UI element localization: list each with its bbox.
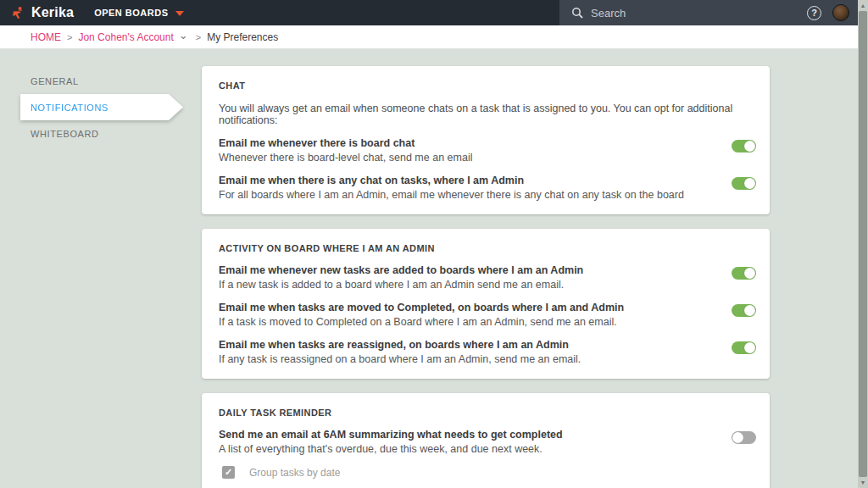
setting-title: Email me whenever new tasks are added to… bbox=[219, 264, 711, 276]
setting-subtitle: If a new task is added to a board where … bbox=[219, 279, 711, 291]
content-area: GENERAL NOTIFICATIONS WHITEBOARD CHAT Yo… bbox=[0, 49, 868, 487]
breadcrumb-separator: > bbox=[196, 32, 201, 42]
checkbox-label: Group tasks by date bbox=[249, 467, 340, 479]
setting-row: Email me whenever there is board chat Wh… bbox=[219, 137, 756, 164]
toggle-knob bbox=[744, 342, 755, 353]
toggle-knob bbox=[732, 432, 743, 443]
topbar-search-panel: Search ? bbox=[559, 0, 868, 25]
setting-title: Email me when tasks are reassigned, on b… bbox=[219, 339, 711, 351]
toggle-switch[interactable] bbox=[732, 341, 756, 354]
avatar[interactable] bbox=[832, 4, 849, 21]
toggle-knob bbox=[744, 178, 755, 189]
scrollbar-down-button[interactable]: ▼ bbox=[858, 477, 868, 488]
question-icon: ? bbox=[811, 8, 817, 18]
preference-cards: CHAT You will always get an email when s… bbox=[202, 49, 770, 488]
account-chevron-down-icon[interactable]: ⌄ bbox=[179, 29, 188, 42]
breadcrumb-account-link[interactable]: Jon Cohen's Account bbox=[78, 31, 173, 43]
toggle-knob bbox=[744, 305, 755, 316]
section-description: You will always get an email when someon… bbox=[219, 103, 756, 126]
open-boards-button[interactable]: OPEN BOARDS bbox=[94, 8, 183, 18]
preferences-sidebar: GENERAL NOTIFICATIONS WHITEBOARD bbox=[20, 68, 183, 147]
check-icon: ✓ bbox=[225, 467, 232, 478]
setting-title: Email me when there is any chat on tasks… bbox=[219, 175, 711, 186]
setting-subtitle: A list of everything that's overdue, due… bbox=[219, 443, 711, 455]
setting-row: Email me when there is any chat on tasks… bbox=[219, 175, 756, 201]
toggle-switch[interactable] bbox=[732, 304, 756, 317]
toggle-switch[interactable] bbox=[732, 177, 756, 190]
setting-subtitle: If a task is moved to Completed on a Boa… bbox=[219, 316, 711, 328]
toggle-switch[interactable] bbox=[732, 431, 756, 444]
section-title: CHAT bbox=[219, 79, 756, 91]
open-boards-label: OPEN BOARDS bbox=[94, 8, 168, 18]
toggle-switch[interactable] bbox=[732, 267, 756, 280]
toggle-knob bbox=[744, 268, 755, 279]
toggle-switch[interactable] bbox=[732, 140, 756, 152]
breadcrumb-current-page: My Preferences bbox=[207, 31, 278, 43]
settings-card: CHAT You will always get an email when s… bbox=[202, 66, 770, 214]
kerika-logo[interactable]: Kerika bbox=[0, 5, 84, 20]
scrollbar-up-button[interactable]: ▲ bbox=[858, 0, 868, 11]
setting-row: Email me when tasks are moved to Complet… bbox=[219, 302, 756, 328]
search-input[interactable]: Search bbox=[591, 7, 626, 19]
setting-subtitle: Whenever there is board-level chat, send… bbox=[219, 152, 711, 164]
checkbox-row: ✓ Group tasks by date bbox=[222, 466, 756, 479]
settings-card: DAILY TASK REMINDER Send me an email at … bbox=[202, 393, 770, 488]
setting-subtitle: For all boards where I am an Admin, emai… bbox=[219, 189, 711, 201]
section-title: ACTIVITY ON BOARD WHERE I AM AN ADMIN bbox=[219, 241, 756, 253]
breadcrumb: HOME > Jon Cohen's Account ⌄ > My Prefer… bbox=[0, 25, 868, 49]
checkbox[interactable]: ✓ bbox=[222, 466, 235, 479]
sidebar-item-general[interactable]: GENERAL bbox=[20, 68, 183, 94]
settings-card: ACTIVITY ON BOARD WHERE I AM AN ADMIN Em… bbox=[202, 229, 770, 379]
setting-title: Send me an email at 6AM summarizing what… bbox=[219, 429, 711, 441]
topbar: Kerika OPEN BOARDS Search ? bbox=[0, 0, 868, 25]
search-icon bbox=[571, 7, 583, 19]
setting-row: Email me whenever new tasks are added to… bbox=[219, 264, 756, 291]
section-title: DAILY TASK REMINDER bbox=[219, 406, 756, 418]
sidebar-item-notifications[interactable]: NOTIFICATIONS bbox=[20, 94, 183, 120]
setting-row: Email me when tasks are reassigned, on b… bbox=[219, 339, 756, 365]
setting-title: Email me when tasks are moved to Complet… bbox=[219, 302, 711, 313]
breadcrumb-separator: > bbox=[67, 32, 72, 42]
brand-name: Kerika bbox=[31, 5, 74, 20]
scrollbar[interactable]: ▲ ▼ bbox=[858, 0, 868, 488]
kerika-logo-icon bbox=[10, 6, 25, 20]
toggle-knob bbox=[744, 141, 755, 152]
scrollbar-thumb[interactable] bbox=[859, 11, 867, 477]
sidebar-item-whiteboard[interactable]: WHITEBOARD bbox=[20, 120, 183, 147]
help-button[interactable]: ? bbox=[807, 6, 821, 20]
setting-row: Send me an email at 6AM summarizing what… bbox=[219, 429, 756, 455]
setting-subtitle: If any task is reassigned on a board whe… bbox=[219, 353, 711, 365]
caret-down-icon bbox=[175, 11, 184, 16]
breadcrumb-home-link[interactable]: HOME bbox=[31, 31, 61, 43]
setting-title: Email me whenever there is board chat bbox=[219, 137, 711, 149]
